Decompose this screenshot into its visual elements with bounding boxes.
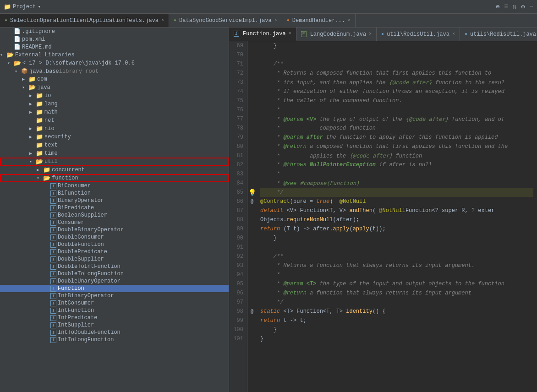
label-pom: pom.xml — [22, 36, 45, 43]
tab-demand[interactable]: ● DemandHandler... × — [282, 14, 356, 27]
tree-item-DoubleBinaryOperator[interactable]: IDoubleBinaryOperator — [0, 226, 229, 234]
editor-tab-function-close[interactable]: × — [289, 31, 291, 36]
tree-item-BooleanSupplier[interactable]: IBooleanSupplier — [0, 212, 229, 219]
tree-item-IntFunction[interactable]: IIntFunction — [0, 307, 229, 314]
tree-item-DoubleFunction[interactable]: IDoubleFunction — [0, 241, 229, 248]
add-icon[interactable]: ⊕ — [496, 3, 499, 11]
tree-item-text[interactable]: 📁text — [0, 141, 229, 149]
gutter: 💡@@ — [247, 41, 257, 392]
line-number-69: 69 — [233, 41, 243, 50]
tree-item-jdk17[interactable]: ▾📂< 17 > D:\software\java\jdk-17.0.6 — [0, 59, 229, 67]
gutter-cell-82 — [247, 160, 257, 169]
tree-item-DoubleToIntFunction[interactable]: IDoubleToIntFunction — [0, 263, 229, 270]
code-line-98: static <T> Function<T, T> identity() { — [260, 307, 533, 316]
folder-icon-jdk17: 📂 — [14, 60, 21, 67]
editor-tab-redisutil1-close[interactable]: × — [452, 32, 455, 37]
gutter-cell-69 — [247, 41, 257, 50]
interface-icon-DoubleToLongFunction: I — [50, 271, 56, 277]
editor-tab-function-label: Function.java — [243, 31, 286, 37]
code-line-92: /** — [260, 252, 533, 261]
editor-tab-redisutil1[interactable]: ● util\RedisUtil.java × — [377, 27, 460, 41]
tree-item-math[interactable]: ▶📁math — [0, 108, 229, 116]
line-number-87: 87 — [233, 206, 243, 215]
tree-item-DoublePredicate[interactable]: IDoublePredicate — [0, 248, 229, 256]
tree-item-security[interactable]: ▶📁security — [0, 133, 229, 141]
tree-item-IntConsumer[interactable]: IIntConsumer — [0, 299, 229, 307]
tab-datasync-close[interactable]: × — [274, 18, 277, 23]
editor-tab-langcode-close[interactable]: × — [369, 32, 372, 37]
arrow-com: ▶ — [22, 76, 28, 82]
arrow-java: ▾ — [22, 85, 28, 90]
tree-item-IntSupplier[interactable]: IIntSupplier — [0, 321, 229, 329]
arrow-time: ▶ — [29, 151, 36, 156]
editor-tab-langcode[interactable]: E LangCodeEnum.java × — [296, 27, 377, 41]
line-number-75: 75 — [233, 96, 243, 105]
gutter-cell-101 — [247, 334, 257, 343]
tree-item-function[interactable]: ▾📂function — [0, 174, 229, 182]
tree-item-IntToDoubleFunction[interactable]: IIntToDoubleFunction — [0, 329, 229, 336]
tree-item-DoubleSupplier[interactable]: IDoubleSupplier — [0, 256, 229, 263]
tree-item-BiPredicate[interactable]: IBiPredicate — [0, 204, 229, 212]
interface-icon-IntBinaryOperator: I — [50, 293, 56, 299]
tree-item-time[interactable]: ▶📁time — [0, 149, 229, 158]
tab-test-close[interactable]: × — [161, 18, 164, 23]
code-editor[interactable]: 6970717273747576777879808182838485868788… — [229, 41, 537, 392]
sort-icon[interactable]: ⇅ — [513, 3, 516, 11]
tab-demand-close[interactable]: × — [348, 18, 351, 23]
tree-item-io[interactable]: ▶📁io — [0, 92, 229, 100]
top-bar: 📁 Project ▾ ⊕ ≡ ⇅ ⚙ − — [0, 0, 537, 14]
code-content[interactable]: } /** * Returns a composed function that… — [257, 41, 537, 392]
tree-item-DoubleUnaryOperator[interactable]: IDoubleUnaryOperator — [0, 278, 229, 285]
tree-item-Function[interactable]: IFunction — [0, 285, 229, 292]
sidebar[interactable]: 📄.gitignore📄pom.xml📄README.md▾📂External … — [0, 27, 229, 392]
label-function: function — [52, 175, 78, 181]
tree-item-DoubleToLongFunction[interactable]: IDoubleToLongFunction — [0, 270, 229, 278]
tree-item-java[interactable]: ▾📂java — [0, 83, 229, 92]
top-bar-dropdown-icon[interactable]: ▾ — [38, 4, 41, 10]
tab-test[interactable]: ● SelectionOperationClientApplicationTes… — [0, 14, 169, 27]
tree-item-concurrent[interactable]: ▶📁concurrent — [0, 166, 229, 174]
tree-item-ext-libs[interactable]: ▾📂External Libraries — [0, 51, 229, 59]
tree-item-net[interactable]: 📁net — [0, 116, 229, 125]
tree-item-lang[interactable]: ▶📁lang — [0, 100, 229, 108]
minimize-icon[interactable]: − — [530, 3, 533, 11]
line-number-74: 74 — [233, 87, 243, 96]
tree-item-IntBinaryOperator[interactable]: IIntBinaryOperator — [0, 292, 229, 299]
editor-tab-function[interactable]: I Function.java × — [229, 27, 296, 41]
tree-item-javabase[interactable]: ▾📦java.base library root — [0, 67, 229, 75]
editor-tab-langcode-label: LangCodeEnum.java — [310, 31, 366, 38]
tree-item-nio[interactable]: ▶📁nio — [0, 125, 229, 133]
line-number-73: 73 — [233, 78, 243, 87]
gutter-cell-87 — [247, 206, 257, 215]
layout-icon[interactable]: ≡ — [504, 3, 508, 11]
arrow-function: ▾ — [37, 175, 43, 181]
tree-item-gitignore[interactable]: 📄.gitignore — [0, 27, 229, 35]
main-tab-bar: ● SelectionOperationClientApplicationTes… — [0, 14, 537, 27]
interface-icon-Consumer: I — [50, 220, 56, 226]
tree-item-readme[interactable]: 📄README.md — [0, 43, 229, 51]
label-ext-libs: External Libraries — [15, 52, 75, 58]
tree-item-com[interactable]: ▶📁com — [0, 75, 229, 83]
code-line-95: * @param <T> the type of the input and o… — [260, 279, 533, 289]
label-BinaryOperator: BinaryOperator — [58, 197, 104, 204]
tree-item-BiFunction[interactable]: IBiFunction — [0, 190, 229, 197]
tree-item-IntPredicate[interactable]: IIntPredicate — [0, 314, 229, 321]
settings-icon[interactable]: ⚙ — [521, 3, 525, 11]
tree-item-BinaryOperator[interactable]: IBinaryOperator — [0, 197, 229, 204]
tree-item-pom[interactable]: 📄pom.xml — [0, 35, 229, 43]
editor-tab-function-icon: I — [234, 31, 239, 37]
main-layout: 📄.gitignore📄pom.xml📄README.md▾📂External … — [0, 27, 537, 392]
tree-item-IntToLongFunction[interactable]: IIntToLongFunction — [0, 336, 229, 343]
interface-icon-DoubleConsumer: I — [50, 234, 56, 240]
editor-tab-redisutil1-label: util\RedisUtil.java — [387, 31, 449, 38]
tree-item-util[interactable]: ▾📂util — [0, 158, 229, 166]
gutter-cell-75 — [247, 96, 257, 105]
light-bulb-85[interactable]: 💡 — [248, 189, 256, 196]
editor-tab-redisutil2[interactable]: ● utils\RedisUtil.java × — [460, 27, 537, 41]
label-BiFunction: BiFunction — [58, 190, 91, 196]
tree-item-BiConsumer[interactable]: IBiConsumer — [0, 182, 229, 190]
tree-item-Consumer[interactable]: IConsumer — [0, 219, 229, 226]
line-number-83: 83 — [233, 169, 243, 179]
tab-datasync[interactable]: ● DataSyncGoodServiceImpl.java × — [169, 14, 282, 27]
tree-item-DoubleConsumer[interactable]: IDoubleConsumer — [0, 234, 229, 241]
